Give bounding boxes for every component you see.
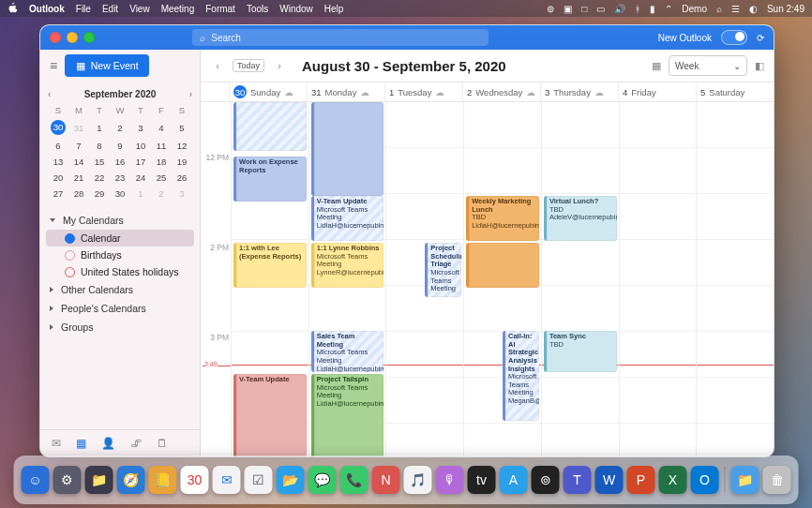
dock-app-icon[interactable]: ⊚	[532, 466, 560, 494]
day-header[interactable]: 31 Monday ☁	[307, 82, 384, 101]
zoom-icon[interactable]	[83, 32, 95, 43]
minical-day[interactable]: 4	[151, 117, 172, 138]
minical-day[interactable]: 3	[172, 186, 192, 202]
minical-prev-icon[interactable]: ‹	[48, 89, 51, 99]
menu-meeting[interactable]: Meeting	[161, 4, 195, 14]
day-header[interactable]: 5 Saturday	[696, 82, 774, 101]
dock-app-icon[interactable]: 📁	[85, 466, 113, 494]
nav-attach-icon[interactable]: 🖇	[130, 437, 142, 450]
minical-day[interactable]: 16	[110, 154, 130, 170]
minical-day[interactable]: 3	[130, 117, 151, 138]
calendar-item-holidays[interactable]: United States holidays	[46, 263, 194, 280]
minical-day[interactable]: 18	[151, 154, 172, 170]
minical-day[interactable]: 13	[48, 154, 68, 170]
minical-day[interactable]: 15	[89, 154, 110, 170]
minical-day[interactable]: 6	[48, 138, 68, 154]
day-header[interactable]: 2 Wednesday ☁	[462, 82, 540, 101]
minical-day[interactable]: 21	[68, 170, 89, 186]
dock-app-icon[interactable]: T	[564, 466, 592, 494]
minical-day[interactable]: 25	[151, 170, 172, 186]
group-peoples-calendars[interactable]: People's Calendars	[46, 299, 194, 318]
dock-app-icon[interactable]: 🎵	[404, 466, 432, 494]
menu-window[interactable]: Window	[279, 4, 313, 14]
dock-app-icon[interactable]: ☑	[245, 466, 273, 494]
minical-day[interactable]: 28	[68, 186, 89, 202]
status-obs-icon[interactable]: ⊚	[547, 4, 554, 14]
minical-day[interactable]: 11	[151, 138, 172, 154]
minimize-icon[interactable]	[67, 32, 78, 43]
week-grid[interactable]: 12 PM2 PM3 PM 2:49 Work on Expense Repor…	[201, 102, 774, 456]
calendar-event[interactable]: Project TailspinMicrosoft Teams Meeting …	[311, 374, 384, 456]
dock-app-icon[interactable]: ✉	[213, 466, 241, 494]
minical-day[interactable]: 26	[172, 170, 192, 186]
new-outlook-toggle[interactable]	[721, 30, 747, 45]
dock-app-icon[interactable]: 🧭	[117, 466, 145, 494]
minical-day[interactable]: 5	[172, 117, 192, 138]
minical-day[interactable]: 24	[130, 170, 151, 186]
minical-day[interactable]: 10	[130, 138, 151, 154]
dock-app-icon[interactable]: O	[691, 466, 719, 494]
day-header[interactable]: 3 Thursday ☁	[540, 82, 618, 101]
calendar-item-birthdays[interactable]: Birthdays	[46, 247, 194, 263]
status-user[interactable]: Demo	[682, 4, 707, 14]
calendar-event[interactable]: Project Scheduling TriageMicrosoft Teams…	[425, 243, 461, 297]
calendar-event[interactable]: 1:1 Lynne RobbinsMicrosoft Teams Meeting…	[311, 243, 384, 288]
group-other-calendars[interactable]: Other Calendars	[46, 280, 194, 299]
calendar-event[interactable]: Virtual Lunch?TBD AdeleV@lucernepubintl.…	[544, 196, 617, 241]
minical-day[interactable]: 9	[110, 138, 130, 154]
dock-app-icon[interactable]: 30	[181, 466, 209, 494]
minical-day[interactable]: 1	[130, 186, 151, 202]
minical-day[interactable]: 30	[110, 186, 130, 202]
panel-toggle-icon[interactable]: ◧	[755, 60, 764, 72]
view-grid-icon[interactable]: ▦	[652, 60, 661, 72]
calendar-item-calendar[interactable]: Calendar	[46, 230, 194, 247]
today-button[interactable]: Today	[233, 59, 264, 72]
minical-day[interactable]: 29	[89, 186, 110, 202]
calendar-event[interactable]	[233, 102, 307, 151]
status-bluetooth-icon[interactable]: ᚼ	[635, 4, 640, 14]
minical-day[interactable]: 19	[172, 154, 192, 170]
dock-app-icon[interactable]: 📁	[731, 466, 759, 494]
sidebar-collapse-icon[interactable]: ≡	[50, 58, 57, 73]
minical-day[interactable]: 8	[89, 138, 110, 154]
status-wifi-icon[interactable]: ⌃	[665, 4, 672, 14]
minical-day[interactable]: 22	[89, 170, 110, 186]
status-display-icon[interactable]: □	[581, 4, 587, 14]
new-event-button[interactable]: ▦ New Event	[65, 54, 149, 77]
status-screenshare-icon[interactable]: ▭	[596, 4, 605, 14]
minical-day[interactable]: 31	[68, 117, 89, 138]
status-siri-icon[interactable]: ◐	[749, 4, 758, 14]
calendar-event[interactable]: 1:1 with Lee (Expense Reports)	[233, 243, 307, 288]
day-column[interactable]: Weekly Marketing LunchTBD LidiaH@lucerne…	[463, 102, 541, 456]
menu-tools[interactable]: Tools	[247, 4, 268, 14]
minical-day[interactable]: 30	[48, 117, 68, 138]
minical-day[interactable]: 20	[48, 170, 68, 186]
dock-app-icon[interactable]: P	[627, 466, 655, 494]
mini-calendar[interactable]: ‹ September 2020 › SMTWTFS30311234567891…	[40, 82, 200, 205]
close-icon[interactable]	[50, 32, 61, 43]
dock-app-icon[interactable]: A	[500, 466, 528, 494]
dock-app-icon[interactable]: ⚙	[53, 466, 82, 494]
dock-app-icon[interactable]: ☺	[22, 466, 50, 494]
menu-app-name[interactable]: Outlook	[29, 4, 65, 14]
menu-file[interactable]: File	[76, 4, 91, 14]
day-column[interactable]: Virtual Lunch?TBD AdeleV@lucernepubintl.…	[541, 102, 619, 456]
minical-day[interactable]: 2	[110, 117, 130, 138]
dock-app-icon[interactable]: 🎙	[436, 466, 464, 494]
calendar-event[interactable]: Sales Team MeetingMicrosoft Teams Meetin…	[311, 331, 384, 372]
day-header[interactable]: 30 Sunday ☁	[229, 82, 307, 101]
dock-app-icon[interactable]: 💬	[308, 466, 337, 494]
day-header[interactable]: 1 Tuesday ☁	[384, 82, 462, 101]
nav-mail-icon[interactable]: ✉	[52, 437, 61, 450]
mac-dock[interactable]: ☺⚙📁🧭📒30✉☑📂💬📞N🎵🎙tvA⊚TWPXO📁🗑	[14, 456, 799, 504]
status-search-icon[interactable]: ⌕	[716, 4, 722, 14]
dock-app-icon[interactable]: X	[659, 466, 687, 494]
day-column[interactable]	[619, 102, 697, 456]
minical-day[interactable]: 7	[68, 138, 89, 154]
prev-week-icon[interactable]: ‹	[210, 58, 225, 73]
group-groups[interactable]: Groups	[46, 318, 194, 336]
menu-format[interactable]: Format	[205, 4, 235, 14]
minical-day[interactable]: 12	[172, 138, 192, 154]
calendar-event[interactable]: V-Team Update	[233, 374, 307, 456]
calendar-event[interactable]	[466, 243, 539, 288]
